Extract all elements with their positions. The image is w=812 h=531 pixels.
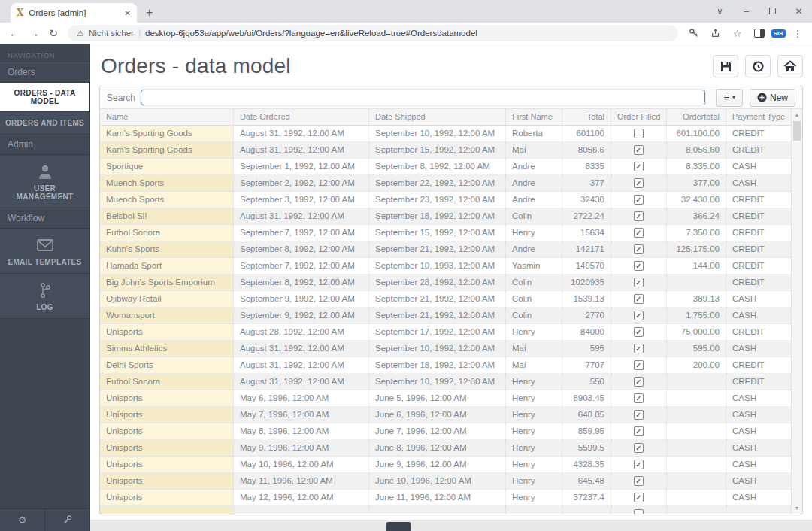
cell-filled[interactable] xyxy=(611,126,667,142)
order-filled-checkbox[interactable]: ✓ xyxy=(634,327,644,337)
order-filled-checkbox[interactable]: ✓ xyxy=(634,244,644,254)
cell-filled[interactable]: ✓ xyxy=(611,291,667,308)
new-tab-button[interactable]: + xyxy=(146,6,153,23)
order-filled-checkbox[interactable]: ✓ xyxy=(634,311,644,320)
sidebar-item-orders-data-model[interactable]: ORDERS - DATA MODEL xyxy=(0,83,89,112)
sidebar-group-workflow[interactable]: Workflow xyxy=(0,208,89,229)
table-row[interactable]: UnisportsMay 12, 1996, 12:00 AMJune 11, … xyxy=(100,490,791,506)
table-row[interactable]: Muench SportsSeptember 3, 1992, 12:00 AM… xyxy=(100,192,791,208)
menu-dropdown-button[interactable]: ≡ ▾ xyxy=(716,89,743,107)
order-filled-checkbox[interactable]: ✓ xyxy=(634,344,644,353)
table-row[interactable]: Muench SportsSeptember 2, 1992, 12:00 AM… xyxy=(100,175,791,192)
table-row[interactable]: UnisportsMay 6, 1996, 12:00 AMJune 5, 19… xyxy=(100,390,791,407)
order-filled-checkbox[interactable]: ✓ xyxy=(634,476,644,486)
cell-filled[interactable]: ✓ xyxy=(611,208,667,225)
cell-filled[interactable]: ✓ xyxy=(611,357,667,374)
key-icon[interactable] xyxy=(684,28,703,38)
table-row[interactable]: WomansportSeptember 9, 1992, 12:00 AMSep… xyxy=(100,308,791,324)
side-panel-icon[interactable] xyxy=(750,29,768,38)
table-row[interactable]: UnisportsMay 10, 1996, 12:00 AMJune 9, 1… xyxy=(100,457,791,473)
order-filled-checkbox[interactable]: ✓ xyxy=(634,410,644,420)
order-filled-checkbox[interactable]: ✓ xyxy=(634,178,644,188)
table-row[interactable]: UnisportsMay 8, 1996, 12:00 AMJune 7, 19… xyxy=(100,423,791,440)
cell-filled[interactable]: ✓ xyxy=(611,341,667,357)
table-row[interactable]: UnisportsMay 7, 1996, 12:00 AMJune 6, 19… xyxy=(100,407,791,423)
column-header-name[interactable]: Name xyxy=(100,109,234,126)
share-icon[interactable] xyxy=(706,28,725,38)
cell-filled[interactable]: ✓ xyxy=(611,390,667,407)
cell-filled[interactable]: ✓ xyxy=(611,457,667,473)
table-row[interactable]: UnisportsMay 9, 1996, 12:00 AMJune 8, 19… xyxy=(100,440,791,457)
order-filled-checkbox[interactable]: ✓ xyxy=(634,261,644,271)
table-row[interactable]: Futbol SonoraAugust 31, 1992, 12:00 AMSe… xyxy=(100,374,791,390)
cell-filled[interactable]: ✓ xyxy=(611,374,667,390)
cell-filled[interactable]: ✓ xyxy=(611,159,667,175)
cell-filled[interactable]: ✓ xyxy=(611,225,667,241)
sidebar-item-email-templates[interactable]: EMAIL TEMPLATES xyxy=(0,229,89,274)
column-header-payment[interactable]: Payment Type xyxy=(726,109,791,126)
order-filled-checkbox[interactable]: ✓ xyxy=(634,211,644,221)
history-button[interactable] xyxy=(745,55,771,77)
table-row[interactable]: Hamada SportSeptember 7, 1992, 12:00 AMS… xyxy=(100,258,791,275)
sidebar-item-log[interactable]: LOG xyxy=(0,274,89,319)
cell-filled[interactable]: ✓ xyxy=(611,490,667,506)
cell-filled[interactable] xyxy=(611,506,667,514)
order-filled-checkbox[interactable]: ✓ xyxy=(634,360,644,370)
order-filled-checkbox[interactable]: ✓ xyxy=(634,493,644,502)
admin-key-icon[interactable] xyxy=(44,509,89,531)
cell-filled[interactable]: ✓ xyxy=(611,175,667,192)
cell-filled[interactable]: ✓ xyxy=(611,407,667,423)
vertical-scrollbar[interactable]: ▴ ▾ xyxy=(791,109,802,514)
home-button[interactable] xyxy=(777,55,803,77)
new-button[interactable]: New xyxy=(750,89,795,107)
address-bar[interactable]: ⚠ Nicht sicher | desktop-6jqo53a/app/web… xyxy=(68,25,678,41)
column-header-first_name[interactable]: First Name xyxy=(506,109,562,126)
cell-filled[interactable]: ✓ xyxy=(611,423,667,440)
cell-filled[interactable]: ✓ xyxy=(611,440,667,457)
cell-filled[interactable]: ✓ xyxy=(611,324,667,341)
tab-close-icon[interactable]: ✕ xyxy=(125,9,131,17)
close-button[interactable]: ✕ xyxy=(786,6,812,17)
table-row-partial[interactable] xyxy=(100,506,791,514)
column-header-filled[interactable]: Order Filled xyxy=(611,109,667,126)
table-row[interactable]: Simms AthleticsAugust 31, 1992, 12:00 AM… xyxy=(100,341,791,357)
bookmark-star-icon[interactable]: ☆ xyxy=(728,28,747,39)
order-filled-checkbox[interactable]: ✓ xyxy=(634,228,644,238)
order-filled-checkbox[interactable]: ✓ xyxy=(634,460,644,469)
column-header-shipped[interactable]: Date Shipped xyxy=(369,109,506,126)
url-text[interactable]: desktop-6jqo53a/app/web/ui/Orders/?langu… xyxy=(145,29,477,38)
scroll-up-icon[interactable]: ▴ xyxy=(792,111,802,118)
cell-filled[interactable]: ✓ xyxy=(611,275,667,291)
cell-filled[interactable]: ✓ xyxy=(611,308,667,324)
table-row[interactable]: UnisportsMay 11, 1996, 12:00 AMJune 10, … xyxy=(100,473,791,490)
order-filled-checkbox[interactable]: ✓ xyxy=(634,294,644,304)
search-input[interactable] xyxy=(141,90,705,105)
column-header-ordertotal[interactable]: Ordertotal xyxy=(667,109,726,126)
reload-icon[interactable]: ↻ xyxy=(44,27,63,39)
order-filled-checkbox[interactable]: ✓ xyxy=(634,162,644,171)
cell-filled[interactable]: ✓ xyxy=(611,241,667,258)
cell-filled[interactable]: ✓ xyxy=(611,473,667,490)
sidebar-item-orders-and-items[interactable]: ORDERS AND ITEMS xyxy=(0,112,89,135)
cell-filled[interactable]: ✓ xyxy=(611,258,667,275)
forward-icon[interactable]: → xyxy=(24,27,44,39)
scroll-down-icon[interactable]: ▾ xyxy=(792,505,802,511)
table-row[interactable]: Ojibway RetailSeptember 9, 1992, 12:00 A… xyxy=(100,291,791,308)
table-row[interactable]: UnisportsAugust 28, 1992, 12:00 AMSeptem… xyxy=(100,324,791,341)
menu-dots-icon[interactable]: ⋮ xyxy=(789,28,807,39)
order-filled-checkbox[interactable]: ✓ xyxy=(634,393,644,403)
order-filled-checkbox[interactable]: ✓ xyxy=(634,443,644,453)
table-row[interactable]: Big John's Sports EmporiumSeptember 8, 1… xyxy=(100,275,791,291)
table-row[interactable]: Futbol SonoraSeptember 7, 1992, 12:00 AM… xyxy=(100,225,791,241)
cell-filled[interactable]: ✓ xyxy=(611,192,667,208)
table-row[interactable]: Beisbol Si!August 31, 1992, 12:00 AMSept… xyxy=(100,208,791,225)
order-filled-checkbox[interactable] xyxy=(634,509,644,514)
back-icon[interactable]: ← xyxy=(5,27,24,39)
security-label[interactable]: Nicht sicher xyxy=(89,29,134,38)
order-filled-checkbox[interactable]: ✓ xyxy=(634,195,644,205)
table-row[interactable]: Delhi SportsAugust 31, 1992, 12:00 AMSep… xyxy=(100,357,791,374)
order-filled-checkbox[interactable]: ✓ xyxy=(634,145,644,155)
order-filled-checkbox[interactable]: ✓ xyxy=(634,426,644,436)
table-row[interactable]: Kam's Sporting GoodsAugust 31, 1992, 12:… xyxy=(100,142,791,159)
table-row[interactable]: Kam's Sporting GoodsAugust 31, 1992, 12:… xyxy=(100,126,791,142)
